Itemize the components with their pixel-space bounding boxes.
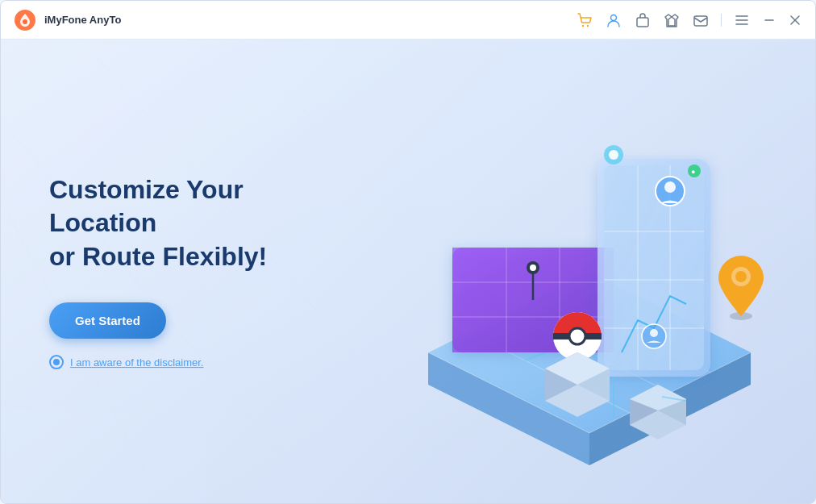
left-panel: Customize Your Location or Route Flexibl… [49,173,323,370]
app-logo-icon [14,9,36,31]
disclaimer-dot [53,359,60,365]
separator [721,14,722,27]
main-content: Customize Your Location or Route Flexibl… [1,40,815,503]
svg-point-45 [650,329,658,337]
svg-point-2 [582,24,584,26]
svg-point-3 [587,24,589,26]
disclaimer-icon[interactable] [49,355,64,369]
title-bar-right [576,11,802,29]
svg-rect-5 [637,18,648,27]
svg-rect-6 [694,16,707,26]
title-bar-left: iMyFone AnyTo [14,9,576,31]
disclaimer-link[interactable]: I am aware of the disclaimer. [70,356,203,369]
shirt-icon[interactable] [663,11,681,29]
user-icon[interactable] [605,11,622,29]
headline: Customize Your Location or Route Flexibl… [49,173,323,274]
title-bar: iMyFone AnyTo [1,1,815,40]
svg-point-49 [573,332,581,340]
headline-line2: or Route Flexibly! [49,242,267,271]
app-title: iMyFone AnyTo [44,14,121,26]
headline-line1: Customize Your Location [49,175,244,238]
svg-text:●: ● [691,168,695,176]
svg-point-60 [735,271,747,282]
app-window: iMyFone AnyTo [0,0,816,504]
get-started-button[interactable]: Get Started [49,302,166,339]
svg-point-4 [611,15,617,20]
disclaimer-row: I am aware of the disclaimer. [49,355,323,369]
menu-icon[interactable] [733,11,751,29]
cart-icon[interactable] [576,11,593,29]
svg-point-41 [664,181,676,193]
close-button[interactable] [788,13,802,27]
mail-icon[interactable] [692,11,710,29]
minimize-button[interactable] [762,13,776,27]
svg-point-62 [609,150,618,160]
bag-icon[interactable] [634,11,652,29]
svg-point-1 [23,19,27,24]
svg-point-32 [530,264,536,271]
right-illustration-panel: ● [348,40,815,503]
hero-illustration: ● [364,78,799,465]
